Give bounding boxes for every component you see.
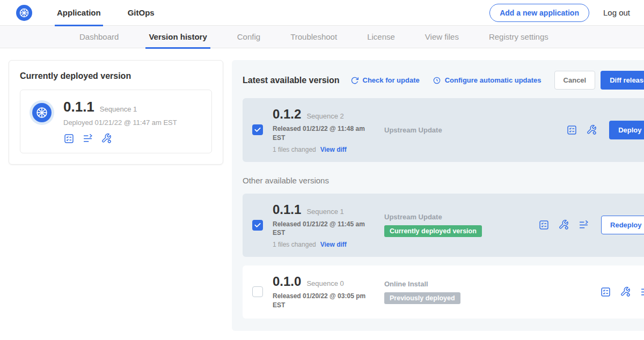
latest-version-title: Latest available version: [243, 76, 340, 85]
released-timestamp: Released 01/21/22 @ 11:45 am EST: [273, 220, 369, 238]
available-versions-panel: Latest available version Check for updat…: [232, 60, 644, 331]
check-for-update-link[interactable]: Check for update: [350, 76, 420, 85]
main-content: Currently deployed version 0.1.1 Sequenc…: [0, 48, 644, 331]
version-number: 0.1.2: [273, 107, 301, 122]
configure-updates-label: Configure automatic updates: [445, 76, 541, 84]
currently-deployed-panel: Currently deployed version 0.1.1 Sequenc…: [9, 60, 223, 165]
edit-config-icon[interactable]: [558, 219, 569, 231]
subnav-item-dashboard[interactable]: Dashboard: [64, 26, 134, 48]
deploy-logs-icon[interactable]: [82, 133, 93, 144]
version-checkbox[interactable]: [252, 220, 263, 231]
deploy-logs-icon[interactable]: [640, 286, 644, 298]
version-row-0-1-0: 0.1.0 Sequence 0 Released 01/20/22 @ 03:…: [243, 265, 644, 319]
files-changed-label: 1 files changed: [273, 146, 316, 153]
version-sequence: Sequence 1: [306, 208, 343, 216]
clock-icon: [433, 76, 441, 85]
version-checkbox[interactable]: [252, 124, 263, 135]
redeploy-button[interactable]: Redeploy: [601, 216, 644, 234]
version-source-block: Online Install Previously deployed: [384, 280, 600, 304]
version-source: Online Install: [384, 280, 595, 288]
configure-automatic-updates-link[interactable]: Configure automatic updates: [433, 76, 541, 85]
subnav-label: License: [367, 32, 395, 41]
released-timestamp: Released 01/20/22 @ 03:05 pm EST: [273, 292, 369, 310]
version-info: 0.1.0 Sequence 0 Released 01/20/22 @ 03:…: [273, 274, 384, 310]
release-notes-icon[interactable]: [566, 124, 577, 136]
subnav-label: Config: [237, 32, 260, 41]
subnav-label: View files: [425, 32, 459, 41]
subnav-item-view-files[interactable]: View files: [410, 26, 474, 48]
version-info: 0.1.1 Sequence 1 Released 01/21/22 @ 11:…: [273, 202, 384, 249]
subnav-item-license[interactable]: License: [352, 26, 410, 48]
version-source-block: Upstream Update: [384, 126, 566, 134]
subnav-label: Registry settings: [489, 32, 548, 41]
release-notes-icon[interactable]: [63, 133, 75, 144]
nav-tab-label: Application: [57, 8, 101, 17]
subnav-label: Troubleshoot: [290, 32, 337, 41]
version-row-0-1-2: 0.1.2 Sequence 2 Released 01/21/22 @ 11:…: [243, 98, 644, 162]
subnav-item-config[interactable]: Config: [222, 26, 275, 48]
deploy-button[interactable]: Deploy: [609, 121, 644, 139]
subnav-item-registry-settings[interactable]: Registry settings: [474, 26, 564, 48]
version-row-0-1-1: 0.1.1 Sequence 1 Released 01/21/22 @ 11:…: [243, 194, 644, 257]
panel-header: Latest available version Check for updat…: [243, 71, 644, 90]
version-source: Upstream Update: [384, 213, 533, 221]
row-actions: [600, 286, 644, 298]
add-new-application-button[interactable]: Add a new application: [489, 4, 589, 22]
nav-tab-label: GitOps: [128, 8, 155, 17]
deployed-panel-title: Currently deployed version: [20, 71, 212, 81]
edit-config-icon[interactable]: [620, 286, 631, 298]
version-sequence: Sequence 2: [306, 112, 343, 120]
subnav-item-troubleshoot[interactable]: Troubleshoot: [275, 26, 352, 48]
diff-releases-button[interactable]: Diff releases: [601, 71, 644, 90]
edit-config-icon[interactable]: [586, 124, 597, 136]
edit-config-icon[interactable]: [101, 133, 112, 144]
deployed-timestamp: Deployed 01/21/22 @ 11:47 am EST: [63, 119, 177, 127]
row-actions: Deploy: [566, 121, 644, 139]
kubernetes-logo[interactable]: [16, 5, 32, 21]
version-number: 0.1.0: [273, 274, 301, 289]
version-number: 0.1.1: [273, 202, 301, 217]
subnav-label: Version history: [149, 32, 207, 41]
subnav-item-version-history[interactable]: Version history: [134, 26, 222, 48]
helm-wheel-icon: [18, 7, 30, 19]
helm-wheel-icon: [35, 106, 49, 120]
app-logo: [32, 103, 52, 122]
version-source: Upstream Update: [384, 126, 561, 134]
deployed-version-card: 0.1.1 Sequence 1 Deployed 01/21/22 @ 11:…: [20, 90, 212, 153]
view-diff-link[interactable]: View diff: [320, 146, 347, 153]
sub-navbar: Dashboard Version history Config Trouble…: [0, 26, 644, 48]
view-diff-link[interactable]: View diff: [320, 241, 347, 248]
checkmark-icon: [254, 221, 261, 229]
row-actions: Redeploy: [538, 216, 644, 234]
release-notes-icon[interactable]: [600, 286, 611, 298]
files-changed-label: 1 files changed: [273, 241, 316, 248]
deployed-version-number: 0.1.1: [63, 99, 94, 115]
subnav-label: Dashboard: [79, 32, 119, 41]
version-source-block: Upstream Update Currently deployed versi…: [384, 213, 538, 237]
released-timestamp: Released 01/21/22 @ 11:48 am EST: [273, 124, 369, 143]
deploy-logs-icon[interactable]: [578, 219, 589, 231]
other-versions-title: Other available versions: [243, 176, 644, 185]
version-sequence: Sequence 0: [306, 279, 343, 287]
nav-tab-application[interactable]: Application: [55, 0, 103, 26]
version-checkbox[interactable]: [252, 286, 263, 297]
header-buttons: Cancel Diff releases: [554, 71, 644, 90]
checkmark-icon: [254, 126, 261, 134]
currently-deployed-badge: Currently deployed version: [384, 225, 482, 237]
navbar-right: Add a new application Log out: [489, 4, 630, 22]
refresh-icon: [350, 76, 359, 85]
release-notes-icon[interactable]: [538, 219, 550, 231]
top-navbar: Application GitOps Add a new application…: [0, 0, 644, 26]
previously-deployed-badge: Previously deployed: [384, 292, 460, 304]
deployed-sequence: Sequence 1: [100, 105, 137, 113]
check-for-update-label: Check for update: [363, 76, 420, 84]
logout-link[interactable]: Log out: [603, 8, 630, 17]
cancel-button[interactable]: Cancel: [554, 71, 596, 90]
version-info: 0.1.2 Sequence 2 Released 01/21/22 @ 11:…: [273, 107, 384, 153]
nav-tab-gitops[interactable]: GitOps: [126, 0, 157, 26]
